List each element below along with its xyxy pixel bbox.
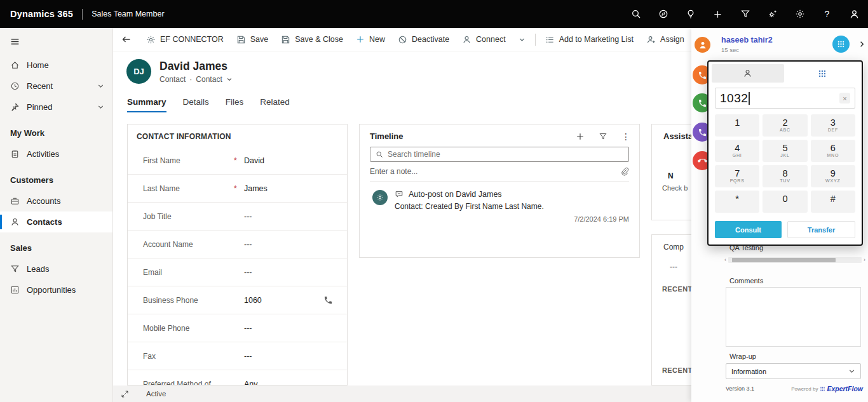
dialpad-key-0[interactable]: 0 (763, 191, 807, 213)
sidebar-item-contacts[interactable]: Contacts (0, 211, 112, 232)
topbar-icon-group: ? (622, 0, 868, 28)
app-top-bar: Dynamics 365 Sales Team Member ? (0, 0, 868, 28)
dialpad-key-7[interactable]: 7PQRS (715, 165, 759, 187)
dialpad-key-3[interactable]: 3DEF (811, 114, 855, 137)
compass-icon[interactable] (649, 0, 677, 28)
field-value[interactable]: --- (244, 268, 252, 277)
sidebar-item-leads[interactable]: Leads (0, 258, 112, 279)
topbar-divider (82, 9, 83, 20)
sidebar-item-home[interactable]: Home (0, 55, 112, 76)
settings-sparkle-icon[interactable] (759, 0, 786, 28)
dialpad-tabs (709, 62, 862, 83)
consult-button[interactable]: Consult (715, 221, 782, 238)
dialpad-key-5[interactable]: 5JKL (763, 140, 807, 162)
tab-files[interactable]: Files (226, 97, 244, 112)
dialpad-key-6[interactable]: 6MNO (811, 140, 855, 162)
save-and-close-button[interactable]: Save & Close (275, 28, 349, 51)
lightbulb-icon[interactable] (677, 0, 704, 28)
tab-summary[interactable]: Summary (127, 97, 166, 112)
dialpad-key-star[interactable]: * (715, 191, 759, 213)
person-icon (10, 217, 20, 227)
back-button[interactable] (113, 34, 140, 44)
chevron-down-icon[interactable] (97, 83, 104, 90)
sitemap-toggle-button[interactable] (0, 28, 112, 55)
scrollbar-track[interactable] (728, 257, 862, 263)
dialpad-key-2[interactable]: 2ABC (763, 114, 807, 137)
sidebar-item-label: Home (27, 60, 49, 70)
sidebar-item-accounts[interactable]: Accounts (0, 191, 112, 211)
sidebar-item-activities[interactable]: Activities (0, 144, 112, 164)
more-commands-icon[interactable]: ⋮ (621, 132, 630, 141)
tab-related[interactable]: Related (260, 97, 290, 112)
ef-connector-button[interactable]: EF CONNECTOR (140, 28, 230, 51)
field-value[interactable]: --- (244, 240, 252, 249)
account-icon[interactable] (841, 0, 868, 28)
timeline-post[interactable]: Auto-post on David James Contact: Create… (360, 182, 639, 223)
dialpad-key-8[interactable]: 8TUV (763, 165, 807, 187)
scrollbar-thumb[interactable] (732, 258, 836, 262)
clear-number-button[interactable]: × (839, 93, 850, 104)
field-label: Job Title (143, 212, 234, 221)
dialpad-key-4[interactable]: 4GHI (715, 140, 759, 162)
dialpad-toggle-button[interactable] (832, 36, 850, 53)
dialpad-key-9[interactable]: 9WXYZ (811, 165, 855, 187)
field-value[interactable]: --- (244, 212, 252, 221)
dialpad-key-hash[interactable]: # (811, 191, 855, 213)
timeline-search-input[interactable] (388, 150, 623, 159)
field-value[interactable]: David (244, 156, 264, 165)
phone-icon[interactable] (323, 295, 333, 305)
dialpad-key-1[interactable]: 1 (715, 114, 759, 137)
dial-number-input[interactable]: 1032 × (715, 88, 855, 109)
transfer-button[interactable]: Transfer (787, 221, 855, 238)
filter-icon[interactable] (731, 0, 759, 28)
clipboard-icon (10, 149, 20, 159)
sidebar-item-pinned[interactable]: Pinned (0, 97, 112, 117)
gear-icon[interactable] (786, 0, 813, 28)
add-record-icon[interactable] (576, 132, 585, 141)
contact-information-card: CONTACT INFORMATION First Name * David L… (127, 124, 348, 385)
collapse-panel-chevron-icon[interactable] (858, 40, 866, 48)
field-value[interactable]: --- (244, 352, 252, 361)
assign-button[interactable]: Assign (640, 28, 691, 51)
connect-split-chevron[interactable] (512, 28, 532, 51)
chevron-down-icon[interactable] (226, 76, 233, 83)
field-value[interactable]: --- (244, 324, 252, 333)
comments-textarea[interactable] (726, 287, 861, 347)
sidebar-item-recent[interactable]: Recent (0, 76, 112, 97)
timeline-search-box[interactable] (370, 147, 629, 162)
attachment-paperclip-icon[interactable] (620, 167, 629, 176)
field-value[interactable]: Any (244, 380, 258, 386)
post-bubble-icon (395, 190, 403, 199)
note-entry-row[interactable]: Enter a note... (370, 162, 629, 182)
quick-create-icon[interactable] (704, 0, 731, 28)
tab-dialpad[interactable] (787, 64, 859, 83)
search-icon[interactable] (622, 0, 649, 28)
deactivate-button[interactable]: Deactivate (391, 28, 456, 51)
scroll-left-arrow-icon[interactable]: ‹ (724, 257, 726, 264)
sidebar-item-opportunities[interactable]: Opportunities (0, 279, 112, 300)
horizontal-scrollbar[interactable]: ‹ › (724, 257, 865, 264)
app-name[interactable]: Sales Team Member (92, 10, 164, 18)
agent-name[interactable]: haseeb tahir2 (721, 36, 773, 44)
field-value[interactable]: 1060 (244, 296, 262, 305)
wrapup-select[interactable]: Information (726, 363, 861, 379)
powered-by-label: Powered by (791, 386, 818, 392)
tab-details[interactable]: Details (183, 97, 209, 112)
expand-icon[interactable] (121, 390, 129, 398)
help-icon[interactable]: ? (813, 0, 841, 28)
scroll-right-arrow-icon[interactable]: › (864, 257, 865, 264)
new-button[interactable]: New (349, 28, 391, 51)
connect-button[interactable]: Connect (456, 28, 512, 51)
tab-agents[interactable] (712, 64, 784, 83)
form-selector[interactable]: Contact (196, 75, 222, 84)
dynamics-brand[interactable]: Dynamics 365 (10, 9, 73, 19)
save-button[interactable]: Save (230, 28, 275, 51)
filter-icon[interactable] (599, 132, 607, 141)
record-title: David James (159, 60, 233, 73)
field-value[interactable]: James (244, 184, 268, 193)
field-label: First Name (143, 156, 234, 165)
sidebar-section-my-work: My Work (0, 117, 112, 144)
chevron-down-icon[interactable] (97, 104, 104, 111)
add-to-marketing-list-button[interactable]: Add to Marketing List (539, 28, 640, 51)
record-header: DJ David James Contact · Contact (126, 59, 233, 84)
